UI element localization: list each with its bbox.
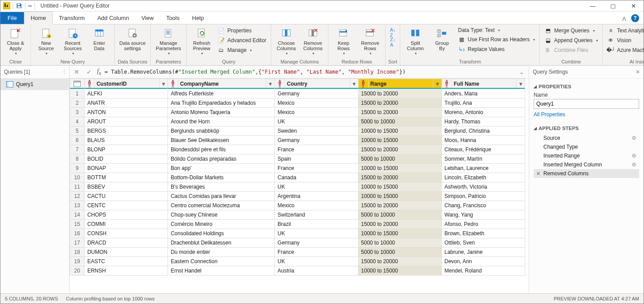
cell[interactable]: BERGS bbox=[84, 126, 168, 136]
tab-file[interactable]: File bbox=[0, 12, 24, 24]
cell[interactable]: 10000 to 15000 bbox=[358, 192, 441, 201]
cell[interactable]: Du monde entier bbox=[168, 248, 275, 257]
cell[interactable]: 10000 to 15000 bbox=[358, 229, 441, 238]
tab-add-column[interactable]: Add Column bbox=[91, 12, 135, 24]
remove-columns-button[interactable]: Remove Columns▾ bbox=[301, 25, 325, 56]
cell[interactable]: Bon app' bbox=[168, 164, 275, 173]
cell[interactable]: Antonio Moreno Taquería bbox=[168, 108, 275, 117]
cell[interactable]: 15000 to 20000 bbox=[358, 108, 441, 117]
row-number[interactable]: 19 bbox=[70, 257, 85, 266]
cell[interactable]: UK bbox=[275, 182, 358, 192]
cell[interactable]: Berglunds snabbköp bbox=[168, 126, 275, 136]
cell[interactable]: BLAUS bbox=[84, 136, 168, 145]
type-icon[interactable]: ABC bbox=[168, 79, 178, 89]
chevron-down-icon[interactable]: ◢ bbox=[534, 84, 537, 89]
cell[interactable]: 15000 to 20000 bbox=[358, 99, 441, 108]
cell[interactable]: 10000 to 15000 bbox=[358, 136, 441, 145]
close-button[interactable]: ✕ bbox=[623, 0, 644, 11]
tab-home[interactable]: Home bbox=[24, 12, 53, 24]
remove-rows-button[interactable]: Remove Rows▾ bbox=[358, 25, 382, 56]
filter-icon[interactable]: ▾ bbox=[159, 79, 168, 89]
cell[interactable]: Ernst Handel bbox=[168, 266, 275, 276]
row-number[interactable]: 18 bbox=[70, 248, 85, 257]
formula-commit-icon[interactable]: ✓ bbox=[85, 68, 94, 75]
type-icon[interactable]: ABC bbox=[85, 79, 95, 89]
formula-expand-icon[interactable]: ⌄ bbox=[517, 68, 526, 75]
new-source-button[interactable]: ★New Source▾ bbox=[34, 25, 59, 56]
cell[interactable]: 10000 to 15000 bbox=[358, 266, 441, 276]
cell[interactable]: B's Beverages bbox=[168, 182, 275, 192]
cell[interactable]: Canada bbox=[275, 173, 358, 182]
cell[interactable]: 15000 to 20000 bbox=[358, 89, 441, 99]
cell[interactable]: UK bbox=[275, 229, 358, 238]
row-number[interactable]: 10 bbox=[70, 173, 85, 182]
tab-tools[interactable]: Tools bbox=[160, 12, 186, 24]
row-number[interactable]: 20 bbox=[70, 266, 85, 276]
cell[interactable]: BOLID bbox=[84, 154, 168, 164]
row-number[interactable]: 9 bbox=[70, 164, 85, 173]
row-number[interactable]: 2 bbox=[70, 99, 85, 108]
cell[interactable]: Centro comercial Moctezuma bbox=[168, 201, 275, 210]
append-queries-button[interactable]: ⬓Append Queries▾ bbox=[543, 36, 600, 45]
cell[interactable]: 15000 to 20000 bbox=[358, 257, 441, 266]
cell[interactable]: DRACD bbox=[84, 238, 168, 248]
column-header[interactable]: ABCFull Name▾ bbox=[441, 79, 525, 89]
cell[interactable]: BOTTM bbox=[84, 173, 168, 182]
query-name-input[interactable] bbox=[534, 99, 639, 109]
cell[interactable]: AROUT bbox=[84, 117, 168, 126]
cell[interactable]: 10000 to 15000 bbox=[358, 164, 441, 173]
close-apply-button[interactable]: Close & Apply▾ bbox=[3, 25, 28, 56]
cell[interactable]: Trujillo, Ana bbox=[441, 99, 525, 108]
cell[interactable]: Consolidated Holdings bbox=[168, 229, 275, 238]
filter-icon[interactable]: ▾ bbox=[433, 79, 441, 89]
qat-dropdown-icon[interactable]: ≡▾ bbox=[28, 4, 32, 8]
advanced-editor-button[interactable]: 📝Advanced Editor bbox=[216, 36, 268, 45]
row-number[interactable]: 12 bbox=[70, 192, 85, 201]
cell[interactable]: Devon, Ann bbox=[441, 257, 525, 266]
maximize-button[interactable]: ▢ bbox=[603, 0, 623, 11]
text-analytics-button[interactable]: ≡Text Analytics bbox=[605, 26, 644, 35]
applied-step[interactable]: Source⚙ bbox=[534, 134, 639, 142]
row-number[interactable]: 11 bbox=[70, 182, 85, 192]
tab-help[interactable]: Help bbox=[186, 12, 210, 24]
row-number[interactable]: 17 bbox=[70, 238, 85, 248]
sort-desc-button[interactable]: Z↓A bbox=[388, 38, 397, 47]
properties-button[interactable]: 📄Properties bbox=[216, 26, 268, 35]
tab-view[interactable]: View bbox=[135, 12, 160, 24]
minimize-button[interactable]: — bbox=[582, 0, 603, 11]
row-number[interactable]: 8 bbox=[70, 154, 85, 164]
cell[interactable]: Sommer, Martín bbox=[441, 154, 525, 164]
split-column-button[interactable]: Split Column▾ bbox=[403, 25, 428, 56]
refresh-preview-button[interactable]: Refresh Preview▾ bbox=[189, 25, 214, 56]
cell[interactable]: Ottlieb, Sven bbox=[441, 238, 525, 248]
cell[interactable]: Germany bbox=[275, 89, 358, 99]
save-icon[interactable] bbox=[16, 3, 22, 9]
cell[interactable]: Germany bbox=[275, 238, 358, 248]
cell[interactable]: Wang, Yang bbox=[441, 210, 525, 220]
column-header[interactable]: ABCCompanyName▾ bbox=[168, 79, 275, 89]
select-all-corner[interactable] bbox=[70, 79, 85, 89]
cell[interactable]: Bólido Comidas preparadas bbox=[168, 154, 275, 164]
applied-step[interactable]: ✕Removed Columns bbox=[534, 169, 639, 178]
filter-icon[interactable]: ▾ bbox=[350, 79, 358, 89]
group-by-button[interactable]: Group By bbox=[429, 25, 454, 51]
cell[interactable]: Ana Trujillo Emparedados y helados bbox=[168, 99, 275, 108]
cell[interactable]: UK bbox=[275, 117, 358, 126]
chevron-down-icon[interactable]: ◢ bbox=[534, 126, 537, 130]
cell[interactable]: Lincoln, Elizabeth bbox=[441, 173, 525, 182]
cell[interactable]: 15000 to 20000 bbox=[358, 220, 441, 229]
cell[interactable]: Comércio Mineiro bbox=[168, 220, 275, 229]
cell[interactable]: Chop-suey Chinese bbox=[168, 210, 275, 220]
row-number[interactable]: 5 bbox=[70, 126, 85, 136]
help-icon[interactable]: ? bbox=[631, 14, 639, 22]
cell[interactable]: CHOPS bbox=[84, 210, 168, 220]
replace-values-button[interactable]: ↳₂Replace Values bbox=[456, 45, 537, 54]
cell[interactable]: Switzerland bbox=[275, 210, 358, 220]
row-number[interactable]: 6 bbox=[70, 136, 85, 145]
cell[interactable]: 10000 to 15000 bbox=[358, 182, 441, 192]
cell[interactable]: 5000 to 10000 bbox=[358, 210, 441, 220]
row-number[interactable]: 7 bbox=[70, 145, 85, 154]
cell[interactable]: Bottom-Dollar Markets bbox=[168, 173, 275, 182]
cell[interactable]: Argentina bbox=[275, 192, 358, 201]
formula-text[interactable]: = Table.RemoveColumns(#"Inserted Merged … bbox=[105, 69, 514, 75]
